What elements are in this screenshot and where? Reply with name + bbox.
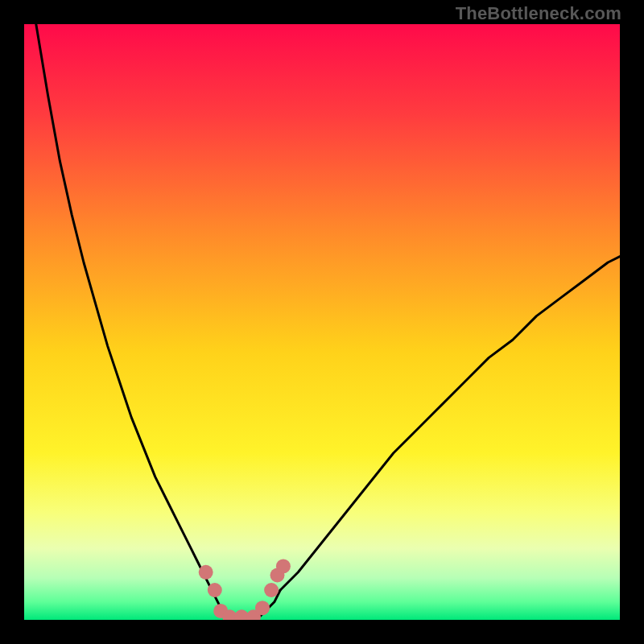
watermark-text: TheBottleneck.com bbox=[456, 3, 621, 24]
chart-svg bbox=[24, 24, 620, 620]
marker-point bbox=[264, 583, 279, 597]
marker-point bbox=[255, 601, 270, 615]
marker-point bbox=[276, 559, 291, 573]
marker-point bbox=[208, 583, 222, 597]
marker-point bbox=[199, 565, 213, 580]
chart-frame: TheBottleneck.com bbox=[0, 0, 644, 644]
plot-area bbox=[24, 24, 620, 620]
